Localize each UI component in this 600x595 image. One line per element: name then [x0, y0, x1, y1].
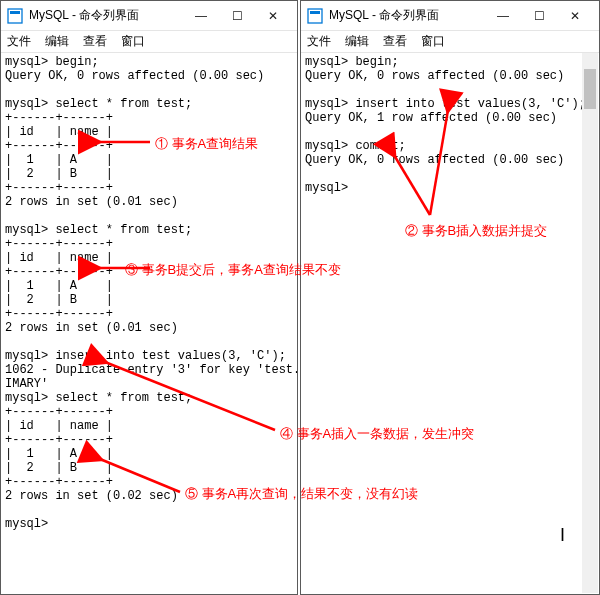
window-a: MySQL - 命令列界面 — ☐ ✕ 文件 编辑 查看 窗口 mysql> b… — [0, 0, 298, 595]
titlebar-a[interactable]: MySQL - 命令列界面 — ☐ ✕ — [1, 1, 297, 31]
window-title-a: MySQL - 命令列界面 — [29, 7, 183, 24]
svg-rect-3 — [310, 11, 320, 14]
menu-window[interactable]: 窗口 — [421, 33, 445, 50]
minimize-button[interactable]: — — [485, 2, 521, 30]
menubar-a: 文件 编辑 查看 窗口 — [1, 31, 297, 53]
scrollbar-b[interactable] — [582, 53, 598, 593]
menu-edit[interactable]: 编辑 — [345, 33, 369, 50]
maximize-button[interactable]: ☐ — [219, 2, 255, 30]
menu-file[interactable]: 文件 — [7, 33, 31, 50]
menu-view[interactable]: 查看 — [83, 33, 107, 50]
menu-edit[interactable]: 编辑 — [45, 33, 69, 50]
menu-view[interactable]: 查看 — [383, 33, 407, 50]
app-icon — [7, 8, 23, 24]
window-title-b: MySQL - 命令列界面 — [329, 7, 485, 24]
svg-rect-1 — [10, 11, 20, 14]
menu-file[interactable]: 文件 — [307, 33, 331, 50]
maximize-button[interactable]: ☐ — [521, 2, 557, 30]
titlebar-b[interactable]: MySQL - 命令列界面 — ☐ ✕ — [301, 1, 599, 31]
menubar-b: 文件 编辑 查看 窗口 — [301, 31, 599, 53]
scroll-thumb[interactable] — [584, 69, 596, 109]
close-button[interactable]: ✕ — [557, 2, 593, 30]
menu-window[interactable]: 窗口 — [121, 33, 145, 50]
window-controls-b: — ☐ ✕ — [485, 2, 593, 30]
close-button[interactable]: ✕ — [255, 2, 291, 30]
text-cursor-icon: I — [560, 525, 565, 546]
minimize-button[interactable]: — — [183, 2, 219, 30]
terminal-b[interactable]: mysql> begin; Query OK, 0 rows affected … — [301, 53, 599, 594]
terminal-a[interactable]: mysql> begin; Query OK, 0 rows affected … — [1, 53, 297, 594]
app-icon — [307, 8, 323, 24]
window-controls-a: — ☐ ✕ — [183, 2, 291, 30]
window-b: MySQL - 命令列界面 — ☐ ✕ 文件 编辑 查看 窗口 mysql> b… — [300, 0, 600, 595]
